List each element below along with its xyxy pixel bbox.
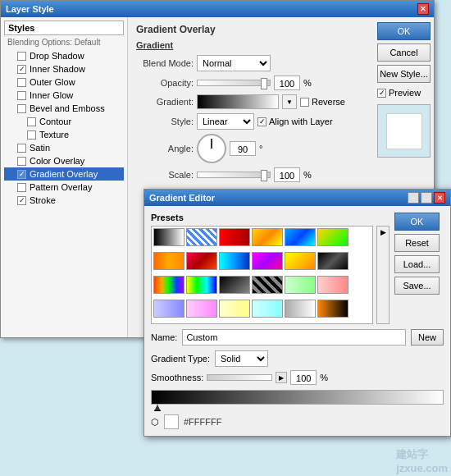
ge-save-button[interactable]: Save... bbox=[394, 277, 440, 295]
opacity-value[interactable]: 100 bbox=[274, 76, 300, 90]
contour-checkbox[interactable] bbox=[27, 117, 36, 126]
drop-shadow-checkbox[interactable] bbox=[17, 52, 26, 61]
layer-item-satin[interactable]: Satin bbox=[4, 141, 124, 154]
preset-item[interactable] bbox=[317, 300, 348, 318]
gradient-preview[interactable] bbox=[197, 94, 279, 109]
gradient-editor-body: Presets ▶ OK Reset Load... Save... Name:… bbox=[144, 206, 450, 436]
texture-checkbox[interactable] bbox=[27, 130, 36, 140]
preset-item[interactable] bbox=[186, 276, 217, 294]
preset-item[interactable] bbox=[285, 252, 316, 270]
preset-item[interactable] bbox=[219, 252, 250, 270]
gradient-overlay-checkbox[interactable]: ✓ bbox=[17, 170, 26, 179]
preset-item[interactable] bbox=[219, 228, 250, 246]
blend-mode-row: Blend Mode: Normal bbox=[136, 55, 364, 71]
smoothness-arrow[interactable]: ▶ bbox=[276, 372, 287, 383]
layer-item-gradient-overlay[interactable]: ✓ Gradient Overlay bbox=[4, 167, 124, 181]
inner-glow-checkbox[interactable] bbox=[17, 91, 26, 100]
preset-item[interactable] bbox=[285, 276, 316, 294]
preset-item[interactable] bbox=[252, 276, 283, 294]
ge-ok-button[interactable]: OK bbox=[394, 213, 440, 231]
gradient-dropdown-btn[interactable]: ▼ bbox=[282, 94, 297, 109]
pattern-overlay-checkbox[interactable] bbox=[17, 183, 26, 192]
align-layer-label: Align with Layer bbox=[269, 117, 333, 126]
blend-mode-select[interactable]: Normal bbox=[197, 55, 271, 71]
gradient-type-select[interactable]: Solid bbox=[215, 350, 268, 367]
stroke-checkbox[interactable]: ✓ bbox=[17, 196, 26, 205]
color-overlay-checkbox[interactable] bbox=[17, 157, 26, 166]
close-button[interactable]: ✕ bbox=[417, 3, 429, 15]
ok-button[interactable]: OK bbox=[377, 22, 430, 40]
ge-close-btn[interactable]: ✕ bbox=[434, 192, 445, 204]
preset-item[interactable] bbox=[252, 300, 283, 318]
layer-item-texture[interactable]: Texture bbox=[4, 128, 124, 141]
gradient-label: Gradient: bbox=[136, 97, 194, 107]
stroke-label: Stroke bbox=[30, 195, 56, 205]
reverse-checkbox[interactable] bbox=[300, 98, 309, 107]
cancel-button[interactable]: Cancel bbox=[377, 43, 430, 62]
left-panel: Styles Blending Options: Default Drop Sh… bbox=[1, 17, 128, 337]
ge-load-button[interactable]: Load... bbox=[394, 255, 440, 273]
smoothness-row: Smoothness: ▶ 100 % bbox=[151, 370, 444, 385]
preset-item[interactable] bbox=[186, 300, 217, 318]
gradient-type-label: Gradient Type: bbox=[151, 354, 210, 364]
preset-item[interactable] bbox=[186, 228, 217, 246]
layer-item-outer-glow[interactable]: Outer Glow bbox=[4, 76, 124, 89]
ge-new-button[interactable]: New bbox=[411, 329, 444, 346]
preview-checkbox[interactable] bbox=[377, 89, 386, 98]
angle-value[interactable]: 90 bbox=[230, 141, 256, 156]
angle-dial[interactable] bbox=[197, 134, 226, 163]
preview-label: Preview bbox=[389, 88, 421, 98]
layer-item-pattern-overlay[interactable]: Pattern Overlay bbox=[4, 181, 124, 194]
preset-item[interactable] bbox=[219, 276, 250, 294]
gradient-type-row: Gradient Type: Solid bbox=[151, 350, 444, 367]
styles-header: Styles bbox=[4, 21, 124, 35]
reverse-label: Reverse bbox=[312, 97, 345, 107]
preset-item[interactable] bbox=[285, 228, 316, 246]
preset-item[interactable] bbox=[317, 276, 348, 294]
new-style-button[interactable]: New Style... bbox=[377, 65, 430, 83]
preset-item[interactable] bbox=[219, 300, 250, 318]
preset-item[interactable] bbox=[153, 252, 184, 270]
scale-row: Scale: 100 % bbox=[136, 167, 364, 182]
scale-value[interactable]: 100 bbox=[274, 167, 300, 182]
layer-item-inner-glow[interactable]: Inner Glow bbox=[4, 89, 124, 102]
smoothness-value[interactable]: 100 bbox=[290, 370, 317, 385]
layer-item-inner-shadow[interactable]: ✓ Inner Shadow bbox=[4, 62, 124, 76]
bevel-emboss-checkbox[interactable] bbox=[17, 104, 26, 113]
gradient-bar[interactable] bbox=[151, 390, 444, 405]
layer-item-drop-shadow[interactable]: Drop Shadow bbox=[4, 49, 124, 62]
inner-shadow-checkbox[interactable]: ✓ bbox=[17, 65, 26, 74]
layer-item-bevel-emboss[interactable]: Bevel and Emboss bbox=[4, 102, 124, 115]
color-stop-preview[interactable] bbox=[164, 414, 179, 429]
angle-label: Angle: bbox=[136, 144, 194, 153]
preset-item[interactable] bbox=[153, 228, 184, 246]
smoothness-slider[interactable] bbox=[207, 374, 272, 381]
preset-item[interactable] bbox=[285, 300, 316, 318]
satin-checkbox[interactable] bbox=[17, 144, 26, 153]
ge-minimize-btn[interactable]: ─ bbox=[408, 192, 419, 204]
layer-item-color-overlay[interactable]: Color Overlay bbox=[4, 154, 124, 167]
preset-item[interactable] bbox=[252, 228, 283, 246]
gradient-stop[interactable] bbox=[154, 405, 161, 411]
layer-style-title: Layer Style bbox=[6, 4, 54, 14]
align-layer-checkbox[interactable] bbox=[257, 117, 266, 126]
opacity-slider[interactable] bbox=[197, 80, 271, 86]
layer-item-contour[interactable]: Contour bbox=[4, 115, 124, 128]
name-row: Name: New bbox=[151, 329, 444, 346]
blending-options-label: Blending Options: Default bbox=[4, 37, 124, 48]
preset-item[interactable] bbox=[252, 252, 283, 270]
preset-item[interactable] bbox=[317, 252, 348, 270]
layer-item-stroke[interactable]: ✓ Stroke bbox=[4, 194, 124, 207]
presets-scroll-arrow[interactable]: ▶ bbox=[376, 226, 390, 324]
preview-box bbox=[377, 104, 430, 158]
name-input[interactable] bbox=[182, 329, 406, 346]
preset-item[interactable] bbox=[153, 300, 184, 318]
style-select[interactable]: Linear bbox=[197, 113, 254, 130]
preset-item[interactable] bbox=[186, 252, 217, 270]
outer-glow-checkbox[interactable] bbox=[17, 78, 26, 87]
preset-item[interactable] bbox=[317, 228, 348, 246]
ge-reset-button[interactable]: Reset bbox=[394, 234, 440, 252]
preset-item[interactable] bbox=[153, 276, 184, 294]
scale-slider[interactable] bbox=[197, 172, 271, 178]
ge-maximize-btn[interactable]: □ bbox=[421, 192, 432, 204]
